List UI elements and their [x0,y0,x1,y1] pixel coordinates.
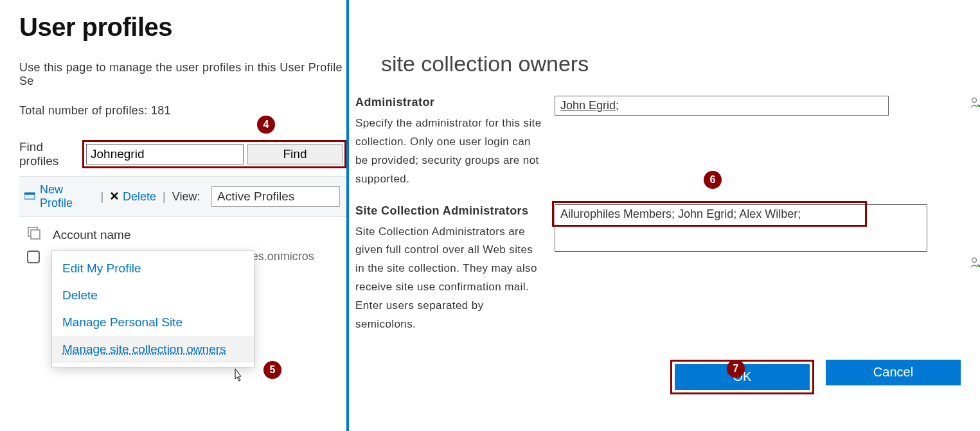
row-checkbox[interactable] [27,251,40,263]
view-select[interactable]: Active Profiles [211,186,340,207]
delete-link[interactable]: Delete [123,190,156,204]
svg-point-12 [972,258,977,262]
separator: | [100,190,103,204]
dialog-buttons: OK Cancel [670,360,961,394]
menu-manage-site-collection-owners[interactable]: Manage site collection owners [52,336,254,363]
find-highlight-box: Find [82,140,346,168]
sca-label: Site Collection Administrators [355,204,542,218]
menu-edit-profile[interactable]: Edit My Profile [52,255,254,282]
new-profile-icon [24,190,36,204]
column-account-name[interactable]: Account name [53,228,130,242]
dialog-title: site collection owners [381,51,961,76]
sca-row: Site Collection Administrators Site Coll… [355,204,961,334]
total-profiles: Total number of profiles: 181 [19,104,346,118]
user-profiles-panel: User profiles Use this page to manage th… [0,0,349,431]
profiles-toolbar: New Profile | Delete | View: Active Prof… [19,176,346,217]
site-collection-owners-dialog: site collection owners Administrator Spe… [349,0,980,431]
person-chip: John Egrid [678,207,733,220]
administrator-row: Administrator Specify the administrator … [355,96,961,189]
profile-context-menu: Edit My Profile Delete Manage Personal S… [51,251,254,367]
page-title: User profiles [19,13,346,42]
svg-rect-1 [24,193,35,195]
callout-5: 5 [263,361,281,379]
delete-icon [110,190,119,204]
administrator-label: Administrator [355,96,542,109]
svg-rect-5 [31,230,40,239]
callout-4: 4 [257,116,275,134]
cursor-icon [231,367,244,385]
cancel-button[interactable]: Cancel [826,360,961,385]
callout-7: 7 [727,360,745,378]
grid-header: Account name [19,217,346,247]
find-profiles-input[interactable] [86,144,244,164]
administrator-input[interactable]: John Egrid; [555,96,889,116]
callout-6: 6 [704,171,722,189]
select-all-icon[interactable] [27,226,41,243]
page-description: Use this page to manage the user profile… [19,61,346,88]
person-chip: Ailurophiles Members [560,207,672,220]
person-chip: John Egrid; [560,99,619,112]
person-chip: Alex Wilber [739,207,797,220]
find-profiles-row: Find profiles Find [19,140,346,168]
sca-input[interactable]: Ailurophiles Members; John Egrid; Alex W… [555,204,927,252]
new-profile-link[interactable]: New Profile [40,183,94,210]
separator: | [163,190,166,204]
check-names-icon[interactable] [970,257,980,271]
menu-manage-personal-site[interactable]: Manage Personal Site [52,309,254,336]
find-label: Find profiles [19,140,76,168]
view-label: View: [172,190,200,204]
find-button[interactable]: Find [247,144,343,164]
administrator-help: Specify the administrator for this site … [355,114,542,189]
svg-point-6 [972,98,977,103]
menu-delete[interactable]: Delete [52,282,254,309]
sca-help: Site Collection Administrators are given… [355,223,542,334]
check-names-icon[interactable] [970,97,980,111]
